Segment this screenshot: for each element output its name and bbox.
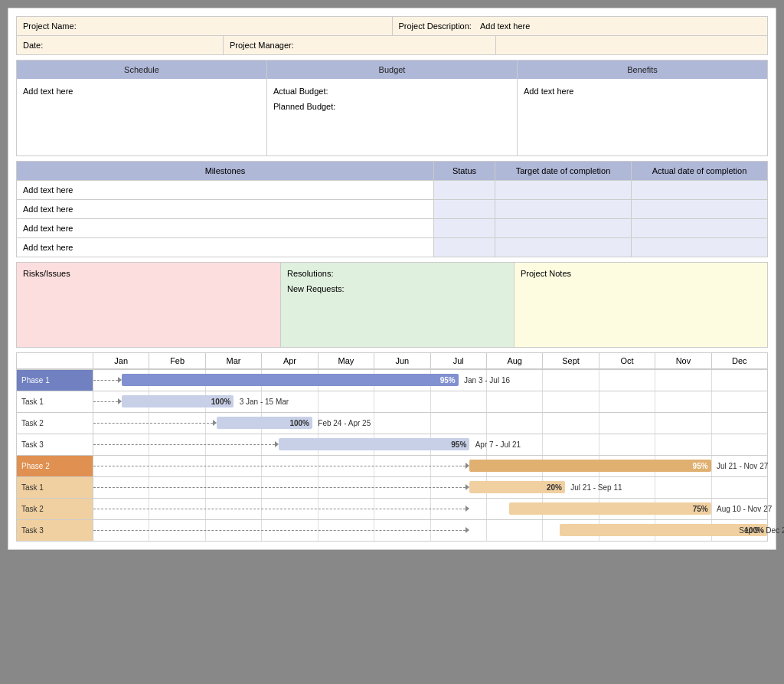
gantt-row-label-6: Task 2	[17, 499, 93, 519]
gantt-row-label-5: Task 1	[17, 477, 93, 498]
gantt-row-label-3: Task 3	[17, 434, 93, 455]
gantt-row-content-6: 75%Aug 10 - Nov 27	[93, 499, 767, 519]
target-header: Target date of completion	[495, 162, 632, 180]
gantt-row-7: Task 3100%Sep 9 - Dec 2	[17, 519, 767, 541]
gantt-row-label-1: Task 1	[17, 391, 93, 412]
schedule-text: Add text here	[23, 87, 73, 96]
milestones-header-row: Milestones Status Target date of complet…	[17, 162, 767, 180]
header-empty	[496, 36, 768, 54]
gantt-row-content-1: 100%3 Jan - 15 Mar	[93, 391, 767, 412]
schedule-header: Schedule	[17, 61, 267, 79]
milestone-row-0: Add text here	[17, 180, 767, 199]
gantt-date-label-0: Jan 3 - Jul 16	[464, 376, 510, 385]
gantt-row-0: Phase 195%Jan 3 - Jul 16	[17, 369, 767, 391]
gantt-arrow-4	[93, 465, 469, 466]
gantt-row-content-7: 100%Sep 9 - Dec 2	[93, 520, 767, 541]
sbb-body-row: Add text here Actual Budget: Planned Bud…	[17, 79, 767, 155]
gantt-row-label-0: Phase 1	[17, 370, 93, 391]
gantt-arrow-2	[93, 422, 217, 424]
benefits-text: Add text here	[524, 87, 573, 96]
gantt-bar-4: 95%	[469, 460, 710, 472]
gantt-bar-5: 20%	[469, 481, 565, 493]
resolutions-label: Resolutions:	[287, 269, 508, 278]
sbb-section: Schedule Budget Benefits Add text here A…	[16, 60, 768, 156]
gantt-arrow-0	[93, 379, 122, 381]
milestone-text-2[interactable]: Add text here	[17, 219, 434, 237]
actual-budget-label: Actual Budget:	[273, 87, 511, 96]
milestone-target-1[interactable]	[495, 200, 632, 218]
pm-field[interactable]: Project Manager:	[224, 36, 496, 54]
gantt-months: JanFebMarAprMayJunJulAugSeptOctNovDec	[93, 353, 767, 368]
gantt-arrow-6	[93, 508, 469, 509]
gantt-row-2: Task 2100%Feb 24 - Apr 25	[17, 412, 767, 434]
benefits-header: Benefits	[518, 61, 767, 79]
gantt-date-label-7: Sep 9 - Dec 2	[739, 526, 784, 535]
gantt-month-may: May	[318, 353, 374, 368]
risks-panel[interactable]: Risks/Issues	[17, 263, 281, 347]
milestone-status-1[interactable]	[434, 200, 495, 218]
header-row2: Date: Project Manager:	[17, 36, 767, 54]
rrn-section: Risks/Issues Resolutions: New Requests: …	[16, 262, 768, 348]
gantt-month-nov: Nov	[655, 353, 711, 368]
benefits-content[interactable]: Add text here	[518, 79, 767, 155]
gantt-bar-7: 100%	[560, 524, 767, 536]
gantt-row-content-3: 95%Apr 7 - Jul 21	[93, 434, 767, 455]
gantt-month-mar: Mar	[206, 353, 262, 368]
milestone-status-2[interactable]	[434, 219, 495, 237]
milestone-row-1: Add text here	[17, 199, 767, 218]
schedule-content[interactable]: Add text here	[17, 79, 267, 155]
gantt-row-content-4: 95%Jul 21 - Nov 27	[93, 456, 767, 476]
gantt-month-sept: Sept	[543, 353, 599, 368]
budget-content[interactable]: Actual Budget: Planned Budget:	[267, 79, 518, 155]
milestone-text-0[interactable]: Add text here	[17, 181, 434, 199]
gantt-arrow-7	[93, 529, 469, 531]
project-name-field[interactable]: Project Name:	[17, 17, 393, 35]
gantt-month-oct: Oct	[599, 353, 655, 368]
milestone-actual-0[interactable]	[632, 181, 767, 199]
gantt-row-1: Task 1100%3 Jan - 15 Mar	[17, 391, 767, 412]
gantt-row-label-2: Task 2	[17, 413, 93, 434]
gantt-row-3: Task 395%Apr 7 - Jul 21	[17, 434, 767, 455]
notes-label: Project Notes	[521, 269, 571, 278]
milestone-actual-3[interactable]	[632, 238, 767, 257]
date-field[interactable]: Date:	[17, 36, 224, 54]
project-name-label: Project Name:	[23, 21, 77, 31]
milestone-text-1[interactable]: Add text here	[17, 200, 434, 218]
gantt-date-label-1: 3 Jan - 15 Mar	[240, 398, 289, 406]
actual-header: Actual date of completion	[632, 162, 767, 180]
gantt-month-dec: Dec	[712, 353, 767, 368]
gantt-month-jan: Jan	[93, 353, 149, 368]
header-section: Project Name: Project Description: Add t…	[16, 16, 768, 55]
gantt-date-label-5: Jul 21 - Sep 11	[570, 483, 622, 492]
gantt-bar-2: 100%	[217, 417, 312, 429]
milestone-target-2[interactable]	[495, 219, 632, 237]
project-desc-field[interactable]: Project Description: Add text here	[393, 17, 768, 35]
milestone-row-3: Add text here	[17, 237, 767, 257]
gantt-bar-6: 75%	[509, 502, 711, 515]
notes-panel[interactable]: Project Notes	[514, 263, 767, 347]
sbb-header-row: Schedule Budget Benefits	[17, 61, 767, 79]
milestone-target-0[interactable]	[495, 181, 632, 199]
gantt-row-6: Task 275%Aug 10 - Nov 27	[17, 498, 767, 519]
date-label: Date:	[23, 41, 43, 50]
milestone-target-3[interactable]	[495, 238, 632, 257]
gantt-row-content-0: 95%Jan 3 - Jul 16	[93, 370, 767, 391]
milestone-status-3[interactable]	[434, 238, 495, 257]
milestone-actual-2[interactable]	[632, 219, 767, 237]
gantt-month-aug: Aug	[487, 353, 543, 368]
milestone-status-0[interactable]	[434, 181, 495, 199]
gantt-row-content-5: 20%Jul 21 - Sep 11	[93, 477, 767, 498]
risks-label: Risks/Issues	[23, 269, 70, 278]
gantt-month-apr: Apr	[262, 353, 318, 368]
milestone-actual-1[interactable]	[632, 200, 767, 218]
milestone-text-3[interactable]: Add text here	[17, 238, 434, 257]
budget-header: Budget	[267, 61, 518, 79]
gantt-bar-3: 95%	[279, 438, 469, 450]
gantt-row-label-7: Task 3	[17, 520, 93, 541]
gantt-month-jul: Jul	[431, 353, 487, 368]
milestones-section: Milestones Status Target date of complet…	[16, 161, 768, 257]
gantt-rows: Phase 195%Jan 3 - Jul 16Task 1100%3 Jan …	[17, 369, 767, 541]
resolutions-panel[interactable]: Resolutions: New Requests:	[281, 263, 514, 347]
gantt-date-label-3: Apr 7 - Jul 21	[475, 440, 521, 449]
project-desc-text: Add text here	[480, 21, 530, 31]
